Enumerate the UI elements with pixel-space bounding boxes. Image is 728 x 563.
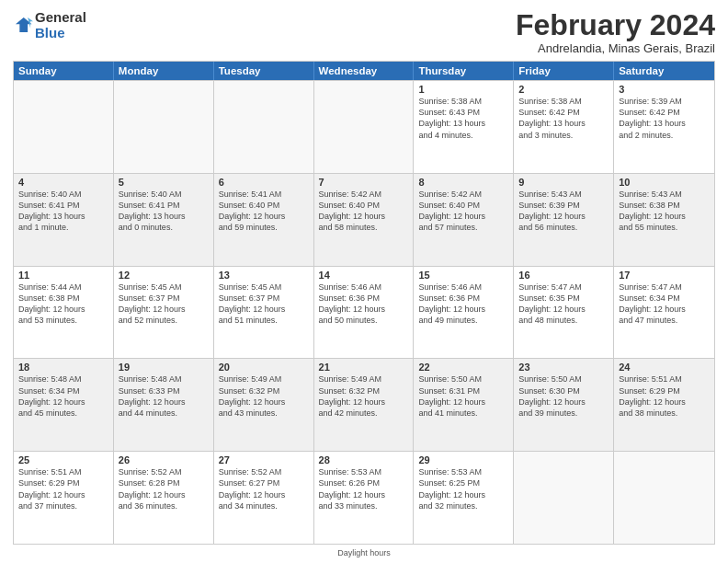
day-cell-20: 20Sunrise: 5:49 AM Sunset: 6:32 PM Dayli… — [214, 359, 314, 451]
day-info: Sunrise: 5:42 AM Sunset: 6:40 PM Dayligh… — [319, 189, 409, 234]
day-info: Sunrise: 5:52 AM Sunset: 6:28 PM Dayligh… — [119, 466, 209, 511]
week-row-1: 4Sunrise: 5:40 AM Sunset: 6:41 PM Daylig… — [14, 173, 714, 266]
header-day-friday: Friday — [514, 62, 614, 80]
day-info: Sunrise: 5:42 AM Sunset: 6:40 PM Dayligh… — [418, 189, 508, 234]
day-number: 2 — [518, 84, 609, 95]
day-number: 11 — [18, 270, 108, 281]
day-number: 8 — [418, 177, 508, 188]
day-number: 3 — [619, 84, 710, 95]
calendar-body: 1Sunrise: 5:38 AM Sunset: 6:43 PM Daylig… — [14, 80, 714, 544]
day-number: 26 — [119, 454, 209, 465]
day-info: Sunrise: 5:51 AM Sunset: 6:29 PM Dayligh… — [18, 466, 108, 511]
empty-cell — [214, 81, 314, 173]
header-day-thursday: Thursday — [414, 62, 514, 80]
day-number: 10 — [619, 177, 710, 188]
day-cell-21: 21Sunrise: 5:49 AM Sunset: 6:32 PM Dayli… — [314, 359, 415, 451]
day-number: 9 — [518, 177, 609, 188]
day-cell-17: 17Sunrise: 5:47 AM Sunset: 6:34 PM Dayli… — [614, 267, 714, 359]
page-location: Andrelandia, Minas Gerais, Brazil — [516, 41, 715, 55]
day-number: 19 — [119, 362, 209, 373]
day-number: 18 — [18, 362, 108, 373]
header-day-tuesday: Tuesday — [214, 62, 314, 80]
day-info: Sunrise: 5:48 AM Sunset: 6:34 PM Dayligh… — [18, 373, 108, 419]
day-number: 5 — [119, 177, 209, 188]
day-info: Sunrise: 5:49 AM Sunset: 6:32 PM Dayligh… — [319, 373, 409, 419]
day-cell-24: 24Sunrise: 5:51 AM Sunset: 6:29 PM Dayli… — [614, 359, 714, 451]
day-info: Sunrise: 5:40 AM Sunset: 6:41 PM Dayligh… — [18, 189, 108, 234]
day-cell-10: 10Sunrise: 5:43 AM Sunset: 6:38 PM Dayli… — [614, 174, 714, 266]
logo-text: General Blue — [35, 9, 86, 40]
day-number: 22 — [418, 362, 508, 373]
day-cell-28: 28Sunrise: 5:53 AM Sunset: 6:26 PM Dayli… — [314, 452, 415, 544]
day-info: Sunrise: 5:43 AM Sunset: 6:39 PM Dayligh… — [518, 189, 609, 234]
day-number: 29 — [418, 454, 508, 465]
day-cell-9: 9Sunrise: 5:43 AM Sunset: 6:39 PM Daylig… — [514, 174, 614, 266]
day-info: Sunrise: 5:44 AM Sunset: 6:38 PM Dayligh… — [18, 282, 108, 327]
header-day-monday: Monday — [114, 62, 214, 80]
day-number: 23 — [518, 362, 609, 373]
day-info: Sunrise: 5:46 AM Sunset: 6:36 PM Dayligh… — [319, 282, 409, 327]
day-cell-25: 25Sunrise: 5:51 AM Sunset: 6:29 PM Dayli… — [14, 452, 114, 544]
day-info: Sunrise: 5:51 AM Sunset: 6:29 PM Dayligh… — [619, 373, 710, 419]
day-cell-6: 6Sunrise: 5:41 AM Sunset: 6:40 PM Daylig… — [214, 174, 314, 266]
empty-cell — [314, 81, 415, 173]
day-number: 14 — [319, 270, 409, 281]
day-cell-11: 11Sunrise: 5:44 AM Sunset: 6:38 PM Dayli… — [14, 267, 114, 359]
day-cell-15: 15Sunrise: 5:46 AM Sunset: 6:36 PM Dayli… — [414, 267, 514, 359]
header-day-wednesday: Wednesday — [314, 62, 415, 80]
calendar: SundayMondayTuesdayWednesdayThursdayFrid… — [13, 61, 715, 545]
day-cell-4: 4Sunrise: 5:40 AM Sunset: 6:41 PM Daylig… — [14, 174, 114, 266]
week-row-2: 11Sunrise: 5:44 AM Sunset: 6:38 PM Dayli… — [14, 266, 714, 359]
day-number: 25 — [18, 454, 108, 465]
header-day-sunday: Sunday — [14, 62, 114, 80]
day-info: Sunrise: 5:39 AM Sunset: 6:42 PM Dayligh… — [619, 96, 710, 141]
empty-cell — [614, 452, 714, 544]
day-info: Sunrise: 5:47 AM Sunset: 6:34 PM Dayligh… — [619, 282, 710, 327]
day-info: Sunrise: 5:52 AM Sunset: 6:27 PM Dayligh… — [219, 466, 309, 511]
day-cell-19: 19Sunrise: 5:48 AM Sunset: 6:33 PM Dayli… — [114, 359, 214, 451]
day-info: Sunrise: 5:45 AM Sunset: 6:37 PM Dayligh… — [119, 282, 209, 327]
day-cell-5: 5Sunrise: 5:40 AM Sunset: 6:41 PM Daylig… — [114, 174, 214, 266]
day-number: 12 — [119, 270, 209, 281]
empty-cell — [14, 81, 114, 173]
day-info: Sunrise: 5:38 AM Sunset: 6:42 PM Dayligh… — [518, 96, 609, 141]
day-number: 20 — [219, 362, 309, 373]
day-cell-22: 22Sunrise: 5:50 AM Sunset: 6:31 PM Dayli… — [414, 359, 514, 451]
footer: Daylight hours — [13, 548, 715, 557]
day-number: 16 — [518, 270, 609, 281]
day-cell-27: 27Sunrise: 5:52 AM Sunset: 6:27 PM Dayli… — [214, 452, 314, 544]
header: General Blue February 2024 Andrelandia, … — [13, 9, 715, 55]
day-info: Sunrise: 5:50 AM Sunset: 6:30 PM Dayligh… — [518, 373, 609, 419]
day-info: Sunrise: 5:47 AM Sunset: 6:35 PM Dayligh… — [518, 282, 609, 327]
page: General Blue February 2024 Andrelandia, … — [0, 0, 728, 563]
week-row-4: 25Sunrise: 5:51 AM Sunset: 6:29 PM Dayli… — [14, 451, 714, 544]
header-day-saturday: Saturday — [614, 62, 714, 80]
day-cell-2: 2Sunrise: 5:38 AM Sunset: 6:42 PM Daylig… — [514, 81, 614, 173]
day-number: 17 — [619, 270, 710, 281]
day-info: Sunrise: 5:48 AM Sunset: 6:33 PM Dayligh… — [119, 373, 209, 419]
day-info: Sunrise: 5:40 AM Sunset: 6:41 PM Dayligh… — [119, 189, 209, 234]
logo: General Blue — [13, 9, 86, 40]
day-number: 28 — [319, 454, 409, 465]
day-info: Sunrise: 5:41 AM Sunset: 6:40 PM Dayligh… — [219, 189, 309, 234]
day-number: 13 — [219, 270, 309, 281]
day-number: 27 — [219, 454, 309, 465]
title-block: February 2024 Andrelandia, Minas Gerais,… — [516, 9, 715, 55]
day-number: 6 — [219, 177, 309, 188]
day-number: 1 — [418, 84, 508, 95]
day-cell-18: 18Sunrise: 5:48 AM Sunset: 6:34 PM Dayli… — [14, 359, 114, 451]
day-cell-1: 1Sunrise: 5:38 AM Sunset: 6:43 PM Daylig… — [414, 81, 514, 173]
day-cell-3: 3Sunrise: 5:39 AM Sunset: 6:42 PM Daylig… — [614, 81, 714, 173]
day-info: Sunrise: 5:43 AM Sunset: 6:38 PM Dayligh… — [619, 189, 710, 234]
logo-icon — [13, 15, 33, 35]
week-row-3: 18Sunrise: 5:48 AM Sunset: 6:34 PM Dayli… — [14, 358, 714, 451]
day-number: 4 — [18, 177, 108, 188]
day-cell-13: 13Sunrise: 5:45 AM Sunset: 6:37 PM Dayli… — [214, 267, 314, 359]
day-cell-26: 26Sunrise: 5:52 AM Sunset: 6:28 PM Dayli… — [114, 452, 214, 544]
calendar-header: SundayMondayTuesdayWednesdayThursdayFrid… — [14, 62, 714, 80]
empty-cell — [114, 81, 214, 173]
day-number: 21 — [319, 362, 409, 373]
day-info: Sunrise: 5:53 AM Sunset: 6:25 PM Dayligh… — [418, 466, 508, 511]
week-row-0: 1Sunrise: 5:38 AM Sunset: 6:43 PM Daylig… — [14, 80, 714, 173]
day-info: Sunrise: 5:49 AM Sunset: 6:32 PM Dayligh… — [219, 373, 309, 419]
